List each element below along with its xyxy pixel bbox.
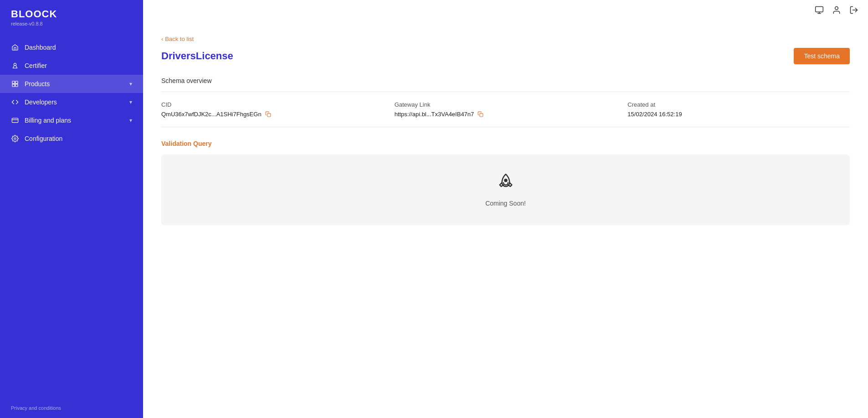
created-at-label: Created at bbox=[627, 101, 850, 108]
page-header: DriversLicense Test schema bbox=[161, 48, 850, 64]
config-icon bbox=[11, 134, 19, 143]
svg-point-15 bbox=[504, 179, 507, 181]
chevron-down-icon: ▾ bbox=[129, 99, 132, 105]
certifier-icon bbox=[11, 62, 19, 70]
sidebar-item-label: Products bbox=[25, 80, 124, 88]
cid-value: QmU36x7wfDJK2c...A1SHi7FhgsEGn bbox=[161, 111, 384, 118]
top-bar bbox=[143, 0, 868, 20]
sidebar-item-label: Developers bbox=[25, 98, 124, 106]
validation-query-title: Validation Query bbox=[161, 140, 850, 147]
svg-rect-8 bbox=[816, 7, 823, 12]
sidebar-logo: BLOOCK release-v0.8.8 bbox=[0, 0, 143, 31]
test-schema-button[interactable]: Test schema bbox=[794, 48, 850, 64]
chevron-down-icon: ▾ bbox=[129, 117, 132, 124]
svg-rect-2 bbox=[15, 81, 18, 83]
svg-rect-3 bbox=[12, 84, 15, 87]
svg-point-11 bbox=[835, 7, 838, 10]
sidebar-item-billing[interactable]: Billing and plans ▾ bbox=[0, 111, 143, 129]
sidebar-item-label: Billing and plans bbox=[25, 117, 124, 124]
schema-overview: CID QmU36x7wfDJK2c...A1SHi7FhgsEGn Gatew… bbox=[161, 92, 850, 127]
sidebar-item-products[interactable]: Products ▾ bbox=[0, 75, 143, 93]
user-icon[interactable] bbox=[832, 5, 842, 15]
main-content: ‹ Back to list DriversLicense Test schem… bbox=[143, 20, 868, 418]
sidebar-item-configuration[interactable]: Configuration bbox=[0, 129, 143, 148]
sidebar: BLOOCK release-v0.8.8 Dashboard Certifie… bbox=[0, 0, 143, 418]
products-icon bbox=[11, 80, 19, 88]
sidebar-footer[interactable]: Privacy and conditions bbox=[0, 398, 143, 418]
sidebar-item-certifier[interactable]: Certifier bbox=[0, 57, 143, 75]
sidebar-nav: Dashboard Certifier Products ▾ Developer… bbox=[0, 31, 143, 398]
monitor-icon[interactable] bbox=[814, 5, 824, 15]
developers-icon bbox=[11, 98, 19, 106]
svg-rect-4 bbox=[15, 84, 18, 87]
coming-soon-box: Coming Soon! bbox=[161, 155, 850, 225]
svg-rect-1 bbox=[12, 81, 15, 83]
billing-icon bbox=[11, 116, 19, 124]
chevron-left-icon: ‹ bbox=[161, 36, 163, 42]
logout-icon[interactable] bbox=[849, 5, 859, 15]
back-to-list-link[interactable]: ‹ Back to list bbox=[161, 36, 194, 42]
home-icon bbox=[11, 43, 19, 52]
svg-point-0 bbox=[14, 63, 16, 66]
svg-rect-13 bbox=[267, 114, 271, 117]
svg-rect-14 bbox=[480, 114, 483, 117]
schema-overview-title: Schema overview bbox=[161, 77, 850, 84]
gateway-link-label: Gateway Link bbox=[395, 101, 617, 108]
app-name: BLOOCK bbox=[11, 8, 132, 20]
coming-soon-text: Coming Soon! bbox=[485, 200, 526, 207]
gateway-copy-icon[interactable] bbox=[478, 111, 483, 117]
cid-copy-icon[interactable] bbox=[265, 111, 271, 117]
created-at-value: 15/02/2024 16:52:19 bbox=[627, 111, 850, 118]
gateway-link-value: https://api.bl...Tx3VA4eIB47n7 bbox=[395, 111, 617, 118]
cid-label: CID bbox=[161, 101, 384, 108]
gateway-link-field: Gateway Link https://api.bl...Tx3VA4eIB4… bbox=[395, 101, 617, 118]
sidebar-item-dashboard[interactable]: Dashboard bbox=[0, 38, 143, 57]
svg-point-7 bbox=[14, 138, 16, 139]
svg-rect-5 bbox=[12, 118, 18, 122]
sidebar-item-developers[interactable]: Developers ▾ bbox=[0, 93, 143, 111]
sidebar-item-label: Certifier bbox=[25, 62, 132, 69]
cid-field: CID QmU36x7wfDJK2c...A1SHi7FhgsEGn bbox=[161, 101, 384, 118]
rocket-icon bbox=[497, 173, 515, 195]
sidebar-item-label: Configuration bbox=[25, 135, 132, 142]
page-title: DriversLicense bbox=[161, 50, 233, 62]
chevron-down-icon: ▾ bbox=[129, 81, 132, 87]
app-version: release-v0.8.8 bbox=[11, 21, 132, 26]
created-at-field: Created at 15/02/2024 16:52:19 bbox=[627, 101, 850, 118]
sidebar-item-label: Dashboard bbox=[25, 44, 132, 51]
